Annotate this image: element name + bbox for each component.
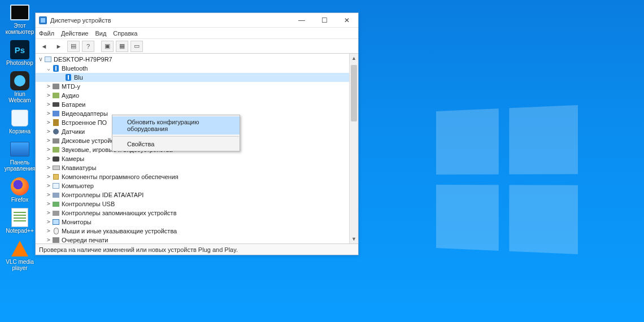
tree-node-15[interactable]: >Контроллеры USB — [36, 199, 349, 208]
desktop-icon-control-panel[interactable]: Панельуправления — [3, 139, 37, 172]
firefox-icon — [11, 177, 29, 195]
titlebar[interactable]: Диспетчер устройств — ☐ ✕ — [36, 13, 358, 28]
scroll-thumb[interactable] — [351, 65, 357, 121]
sen-icon — [53, 129, 59, 134]
bat-icon — [53, 102, 59, 107]
monitor-icon — [10, 5, 29, 20]
desktop-icon-photoshop[interactable]: Ps Photoshop — [3, 40, 37, 66]
bt-icon — [66, 74, 71, 81]
tree-node-17[interactable]: >Мониторы — [36, 217, 349, 227]
vid-icon — [53, 111, 59, 116]
tree-node-10[interactable]: >Камеры — [36, 154, 349, 163]
tree-node-12[interactable]: >Компоненты программного обеспечения — [36, 172, 349, 181]
tree-node-3[interactable]: >Аудио — [36, 91, 349, 100]
toolbar-back[interactable]: ◄ — [38, 41, 50, 52]
toolbar-help[interactable]: ? — [82, 41, 94, 52]
device-manager-window: Диспетчер устройств — ☐ ✕ Файл Действие … — [35, 12, 359, 255]
desktop-icons: Этоткомпьютер Ps Photoshop Iriun Webcam … — [3, 2, 37, 271]
cmp-icon — [53, 183, 59, 189]
vlc-icon — [11, 241, 28, 256]
scrollbar[interactable]: ▲ ▼ — [349, 54, 358, 243]
minimize-button[interactable]: — — [290, 13, 313, 28]
context-menu: Обновить конфигурацию оборудования Свойс… — [112, 115, 240, 151]
toolbar-view[interactable]: ▭ — [130, 41, 143, 52]
tree-node-19[interactable]: >Очереди печати — [36, 236, 349, 243]
toolbar-scan[interactable]: ▣ — [101, 41, 114, 52]
webcam-icon — [10, 71, 29, 90]
tree-node-18[interactable]: >Мыши и иные указывающие устройства — [36, 227, 349, 236]
computer-icon — [45, 56, 51, 62]
ctx-properties[interactable]: Свойства — [112, 138, 240, 150]
recycle-bin-icon — [11, 110, 28, 127]
toolbar-forward[interactable]: ► — [53, 41, 65, 52]
tree-node-16[interactable]: >Контроллеры запоминающих устройств — [36, 208, 349, 217]
app-icon — [39, 16, 47, 24]
ctx-separator — [113, 136, 239, 137]
menubar: Файл Действие Вид Справка — [36, 28, 358, 39]
tree-node-14[interactable]: >Контроллеры IDE ATA/ATAPI — [36, 190, 349, 199]
menu-help[interactable]: Справка — [113, 30, 137, 37]
desktop-icon-vlc[interactable]: VLC mediaplayer — [3, 238, 37, 271]
ide-icon — [53, 193, 59, 198]
ctx-scan-hardware[interactable]: Обновить конфигурацию оборудования — [112, 116, 240, 134]
desktop-icon-firefox[interactable]: Firefox — [3, 176, 37, 203]
photoshop-icon: Ps — [10, 40, 29, 59]
kbd-icon — [53, 166, 60, 170]
desktop-icon-recycle-bin[interactable]: Корзина — [3, 108, 37, 134]
mou-icon — [54, 228, 59, 234]
control-panel-icon — [10, 142, 29, 156]
tree-node-11[interactable]: >Клавиатуры — [36, 163, 349, 172]
notepad-icon — [11, 208, 28, 227]
toolbar-prop[interactable]: ▦ — [116, 41, 128, 52]
desktop-icon-iriun[interactable]: Iriun Webcam — [3, 71, 37, 103]
toolbar-show[interactable]: ▤ — [67, 41, 80, 52]
statusbar: Проверка на наличие изменений или новых … — [36, 243, 358, 255]
dsk-icon — [53, 138, 59, 143]
scroll-up[interactable]: ▲ — [350, 54, 358, 63]
mon-icon — [53, 219, 59, 225]
prn-icon — [53, 237, 59, 243]
menu-action[interactable]: Действие — [61, 30, 88, 37]
close-button[interactable]: ✕ — [336, 13, 358, 28]
tree-node-0[interactable]: ⌄Bluetooth — [36, 64, 349, 73]
windows-logo — [436, 105, 578, 254]
aud-icon — [53, 147, 59, 153]
cam-icon — [53, 156, 59, 162]
desktop-icon-this-pc[interactable]: Этоткомпьютер — [3, 2, 37, 35]
tree-node-1[interactable]: Blu — [36, 73, 349, 82]
desktop-icon-notepadpp[interactable]: Notepad++ — [3, 207, 37, 234]
toolbar: ◄ ► ▤ ? ▣ ▦ ▭ — [36, 39, 358, 54]
usb-icon — [53, 202, 59, 207]
sw-icon — [53, 174, 59, 180]
scroll-down[interactable]: ▼ — [350, 234, 358, 243]
fw-icon — [53, 119, 59, 126]
stor-icon — [53, 211, 59, 216]
menu-view[interactable]: Вид — [95, 30, 106, 37]
bt-icon — [53, 65, 59, 72]
menu-file[interactable]: Файл — [39, 30, 54, 37]
tree-node-13[interactable]: >Компьютер — [36, 181, 349, 190]
tree-root[interactable]: v DESKTOP-H79P9R7 — [36, 55, 349, 64]
aud-icon — [53, 93, 59, 98]
maximize-button[interactable]: ☐ — [313, 13, 336, 28]
dev-icon — [53, 84, 59, 89]
tree-node-2[interactable]: >MTD-у — [36, 82, 349, 91]
window-title: Диспетчер устройств — [50, 17, 290, 24]
tree-node-4[interactable]: >Батареи — [36, 100, 349, 109]
